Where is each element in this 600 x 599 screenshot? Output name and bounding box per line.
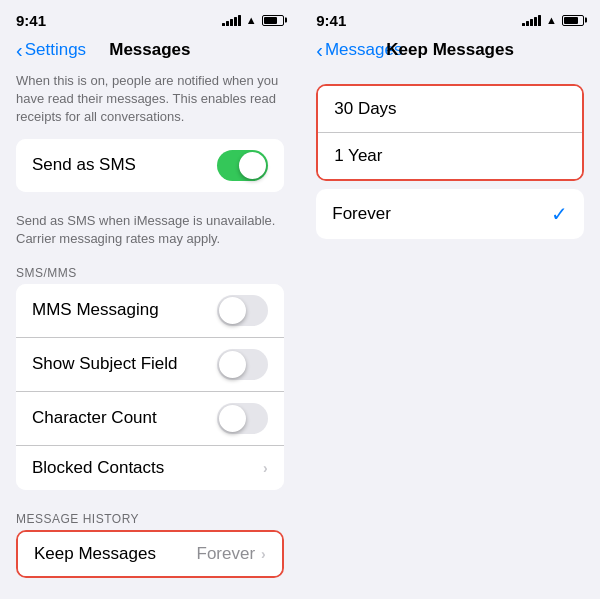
blocked-contacts-right: › xyxy=(263,460,268,476)
keep-messages-chevron: › xyxy=(261,546,266,562)
keep-messages-value: Forever xyxy=(197,544,256,564)
status-bar-left: 9:41 ▲ xyxy=(0,0,300,36)
nav-title-right: Keep Messages xyxy=(386,40,514,60)
forever-row[interactable]: Forever ✓ xyxy=(316,189,584,239)
back-chevron-left: ‹ xyxy=(16,40,23,60)
wifi-icon-right: ▲ xyxy=(546,14,557,26)
send-as-sms-toggle[interactable] xyxy=(217,150,268,181)
one-year-row[interactable]: 1 Year xyxy=(318,133,582,179)
thirty-days-label: 30 Days xyxy=(334,99,396,119)
send-as-sms-group: Send as SMS xyxy=(16,139,284,192)
show-subject-row[interactable]: Show Subject Field xyxy=(16,338,284,392)
one-year-label: 1 Year xyxy=(334,146,382,166)
show-subject-label: Show Subject Field xyxy=(32,354,178,374)
keep-messages-label: Keep Messages xyxy=(34,544,156,564)
nav-title-left: Messages xyxy=(109,40,190,60)
status-bar-right: 9:41 ▲ xyxy=(300,0,600,36)
back-button-left[interactable]: ‹ Settings xyxy=(16,40,86,60)
right-panel: 9:41 ▲ ‹ Messages Keep Messages 3 xyxy=(300,0,600,599)
character-count-label: Character Count xyxy=(32,408,157,428)
keep-messages-row[interactable]: Keep Messages Forever › xyxy=(18,532,282,576)
status-time-right: 9:41 xyxy=(316,12,346,29)
keep-options-group: 30 Days 1 Year xyxy=(316,84,584,181)
blocked-contacts-row[interactable]: Blocked Contacts › xyxy=(16,446,284,490)
left-content: When this is on, people are notified whe… xyxy=(0,68,300,599)
status-icons-left: ▲ xyxy=(222,14,284,26)
character-count-toggle[interactable] xyxy=(217,403,268,434)
nav-bar-left: ‹ Settings Messages xyxy=(0,36,300,68)
back-label-left: Settings xyxy=(25,40,86,60)
read-receipts-info: When this is on, people are notified whe… xyxy=(0,68,300,139)
signal-icon xyxy=(222,15,241,26)
forever-checkmark: ✓ xyxy=(551,202,568,226)
nav-bar-right: ‹ Messages Keep Messages xyxy=(300,36,600,68)
blocked-contacts-label: Blocked Contacts xyxy=(32,458,164,478)
left-panel: 9:41 ▲ ‹ Settings Messages When this is … xyxy=(0,0,300,599)
back-chevron-right: ‹ xyxy=(316,40,323,60)
sms-mms-group: MMS Messaging Show Subject Field Charact… xyxy=(16,284,284,490)
thirty-days-row[interactable]: 30 Days xyxy=(318,86,582,133)
character-count-row[interactable]: Character Count xyxy=(16,392,284,446)
sms-mms-header: SMS/MMS xyxy=(0,260,300,284)
forever-group: Forever ✓ xyxy=(316,189,584,239)
blocked-contacts-chevron: › xyxy=(263,460,268,476)
battery-icon-right xyxy=(562,15,584,26)
signal-icon-right xyxy=(522,15,541,26)
mms-messaging-toggle[interactable] xyxy=(217,295,268,326)
status-time-left: 9:41 xyxy=(16,12,46,29)
keep-messages-right: Forever › xyxy=(197,544,266,564)
right-content: 30 Days 1 Year Forever ✓ xyxy=(300,68,600,599)
message-history-header: MESSAGE HISTORY xyxy=(0,506,300,530)
battery-icon xyxy=(262,15,284,26)
send-as-sms-row[interactable]: Send as SMS xyxy=(16,139,284,192)
keep-messages-group: Keep Messages Forever › xyxy=(16,530,284,578)
wifi-icon: ▲ xyxy=(246,14,257,26)
forever-label: Forever xyxy=(332,204,391,224)
mentions-header: MENTIONS xyxy=(0,594,300,599)
mms-messaging-label: MMS Messaging xyxy=(32,300,159,320)
send-as-sms-label: Send as SMS xyxy=(32,155,136,175)
show-subject-toggle[interactable] xyxy=(217,349,268,380)
status-icons-right: ▲ xyxy=(522,14,584,26)
mms-messaging-row[interactable]: MMS Messaging xyxy=(16,284,284,338)
send-as-sms-info: Send as SMS when iMessage is unavailable… xyxy=(0,208,300,260)
